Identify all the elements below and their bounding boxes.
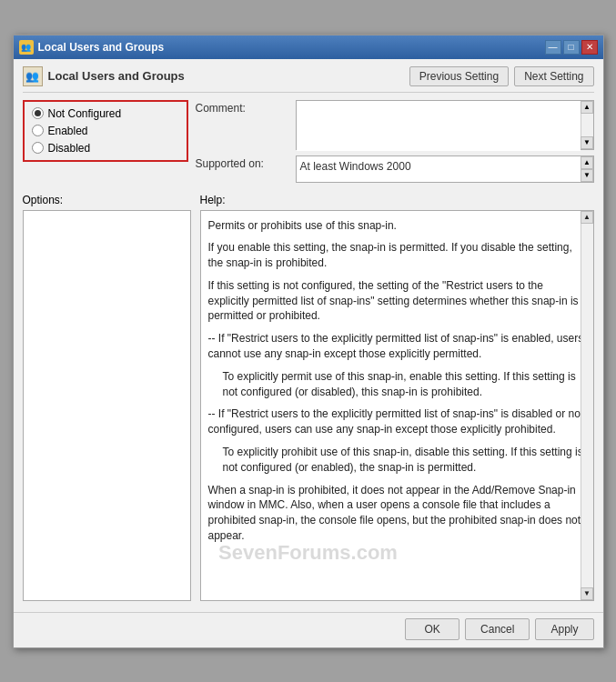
help-content: Permits or prohibits use of this snap-in… [208, 218, 586, 544]
comment-scroll-down[interactable]: ▼ [581, 136, 593, 149]
comment-label: Comment: [196, 100, 296, 115]
help-text-block: When a snap-in is prohibited, it does no… [208, 483, 586, 544]
cancel-button[interactable]: Cancel [465, 618, 530, 640]
content-area: 👥 Local Users and Groups Previous Settin… [14, 59, 603, 608]
previous-setting-button[interactable]: Previous Setting [409, 66, 509, 86]
radio-disabled[interactable]: Disabled [32, 142, 179, 155]
maximize-button[interactable]: □ [563, 40, 580, 55]
title-controls: — □ ✕ [545, 40, 598, 55]
main-window: 👥 Local Users and Groups — □ ✕ 👥 Local U… [13, 35, 604, 648]
bottom-bar: OK Cancel Apply [14, 612, 603, 647]
dialog-icon: 👥 [23, 66, 43, 86]
radio-enabled[interactable]: Enabled [32, 125, 179, 137]
help-text-block: -- If "Restrict users to the explicitly … [208, 331, 586, 362]
dialog-title-text: Local Users and Groups [48, 69, 185, 83]
comment-scroll-up[interactable]: ▲ [581, 101, 593, 114]
radio-disabled-label: Disabled [48, 142, 91, 155]
window-icon: 👥 [19, 40, 34, 55]
sections-row: Options: Help: [23, 194, 594, 206]
supported-label: Supported on: [196, 155, 296, 170]
ok-button[interactable]: OK [405, 618, 459, 640]
comment-box: ▲ ▼ [296, 100, 594, 150]
radio-enabled-circle[interactable] [32, 125, 44, 136]
help-text-block: Permits or prohibits use of this snap-in… [208, 218, 586, 234]
top-area: Not Configured Enabled Disabled Comm [23, 100, 594, 188]
panels-row: Permits or prohibits use of this snap-in… [23, 210, 594, 601]
help-text-block: To explicitly prohibit use of this snap-… [223, 445, 586, 476]
comment-scrollbar[interactable]: ▲ ▼ [581, 101, 593, 149]
help-text-block: If you enable this setting, the snap-in … [208, 240, 586, 271]
dialog-title: 👥 Local Users and Groups [23, 66, 185, 86]
supported-value: At least Windows 2000 [297, 156, 581, 182]
options-panel [23, 210, 191, 601]
radio-group: Not Configured Enabled Disabled [23, 100, 188, 162]
window-title: Local Users and Groups [38, 41, 165, 54]
title-bar: 👥 Local Users and Groups — □ ✕ [14, 35, 603, 59]
next-setting-button[interactable]: Next Setting [514, 66, 593, 86]
header-row: 👥 Local Users and Groups Previous Settin… [23, 66, 594, 93]
supported-scroll-down[interactable]: ▼ [581, 169, 593, 182]
radio-not-configured[interactable]: Not Configured [32, 107, 179, 120]
title-bar-left: 👥 Local Users and Groups [19, 40, 165, 55]
radio-not-configured-label: Not Configured [48, 107, 122, 120]
help-scroll-up[interactable]: ▲ [581, 211, 593, 224]
options-section-label: Options: [23, 194, 191, 206]
comment-textarea[interactable] [297, 101, 581, 151]
supported-row: Supported on: At least Windows 2000 ▲ ▼ [196, 155, 594, 183]
right-panel: Comment: ▲ ▼ Supported on: At least Wind… [196, 100, 594, 188]
help-text-block: To explicitly permit use of this snap-in… [223, 369, 586, 400]
close-button[interactable]: ✕ [581, 40, 598, 55]
supported-scroll-up[interactable]: ▲ [581, 156, 593, 169]
radio-not-configured-circle[interactable] [32, 107, 44, 119]
help-panel: Permits or prohibits use of this snap-in… [200, 210, 594, 601]
left-panel: Not Configured Enabled Disabled [23, 100, 196, 188]
help-section-label: Help: [200, 194, 226, 206]
minimize-button[interactable]: — [545, 40, 561, 55]
apply-button[interactable]: Apply [535, 618, 593, 640]
radio-disabled-circle[interactable] [32, 142, 44, 154]
comment-row: Comment: ▲ ▼ [196, 100, 594, 150]
supported-box: At least Windows 2000 ▲ ▼ [296, 155, 594, 183]
help-scroll-down[interactable]: ▼ [581, 587, 593, 600]
nav-buttons: Previous Setting Next Setting [409, 66, 594, 86]
help-text-block: If this setting is not configured, the s… [208, 278, 586, 324]
radio-enabled-label: Enabled [48, 125, 88, 137]
help-text-block: -- If "Restrict users to the explicitly … [208, 406, 586, 437]
help-scrollbar[interactable]: ▲ ▼ [581, 211, 593, 600]
supported-scrollbar[interactable]: ▲ ▼ [581, 156, 593, 182]
